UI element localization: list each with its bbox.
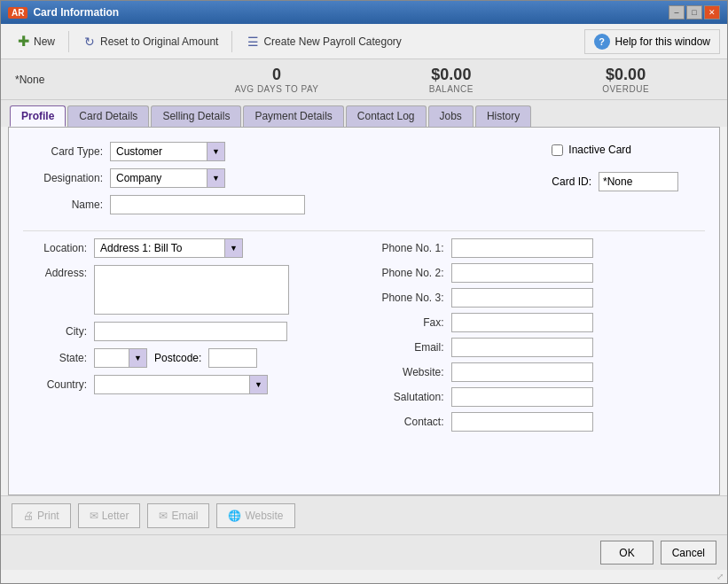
location-value: Address 1: Bill To (95, 240, 224, 256)
main-window: AR Card Information – □ ✕ ✚ New ↻ Reset … (0, 0, 728, 584)
state-select[interactable]: ▼ (94, 348, 147, 368)
postcode-input[interactable] (208, 348, 257, 368)
left-top-form: Card Type: Customer ▼ Designation: Compa… (23, 142, 305, 222)
email-input[interactable] (451, 338, 593, 357)
card-type-dropdown-icon[interactable]: ▼ (207, 143, 224, 160)
tab-selling-details[interactable]: Selling Details (151, 105, 241, 127)
tab-profile[interactable]: Profile (10, 105, 66, 127)
address-label: Address: (23, 267, 87, 279)
city-label: City: (23, 325, 87, 338)
title-bar-controls: – □ ✕ (669, 5, 720, 19)
balance-block: $0.00 BALANCE (364, 66, 539, 94)
address-row: Address: (23, 265, 356, 315)
tab-history[interactable]: History (475, 105, 531, 127)
phone3-input[interactable] (451, 288, 593, 308)
print-button[interactable]: 🖨 Print (12, 503, 71, 528)
close-button[interactable]: ✕ (704, 5, 720, 19)
country-dropdown-icon[interactable]: ▼ (249, 376, 267, 393)
avg-days-value: 0 (190, 66, 364, 84)
designation-dropdown-icon[interactable]: ▼ (207, 169, 224, 187)
country-value (95, 383, 249, 386)
email-icon: ✉ (159, 510, 168, 522)
app-badge: AR (8, 7, 27, 19)
state-dropdown-icon[interactable]: ▼ (129, 349, 146, 367)
phone2-label: Phone No. 2: (373, 267, 444, 279)
reset-button[interactable]: ↻ Reset to Original Amount (74, 29, 226, 54)
city-input[interactable] (94, 322, 287, 341)
tab-bar: Profile Card Details Selling Details Pay… (1, 100, 727, 127)
separator-1 (68, 31, 69, 52)
location-label: Location: (23, 242, 87, 254)
address-right: Phone No. 1: Phone No. 2: Phone No. 3: F… (373, 238, 706, 437)
email-button[interactable]: ✉ Email (147, 503, 209, 528)
new-icon: ✚ (16, 35, 30, 49)
ok-button[interactable]: OK (600, 541, 653, 565)
overdue-block: $0.00 OVERDUE (538, 66, 713, 94)
name-label: Name: (23, 199, 103, 211)
toolbar: ✚ New ↻ Reset to Original Amount ☰ Creat… (1, 24, 727, 59)
inactive-row: Inactive Card (552, 144, 678, 156)
location-select[interactable]: Address 1: Bill To ▼ (94, 238, 243, 258)
letter-button[interactable]: ✉ Letter (78, 503, 141, 528)
card-id-input[interactable] (599, 172, 678, 191)
separator-2 (231, 31, 232, 52)
card-type-label: Card Type: (23, 145, 103, 158)
help-icon: ? (594, 34, 610, 50)
payroll-icon: ☰ (246, 35, 260, 49)
print-icon: 🖨 (23, 510, 34, 522)
ok-cancel-bar: OK Cancel (1, 534, 727, 570)
fax-row: Fax: (373, 313, 706, 332)
contact-label: Contact: (373, 416, 444, 428)
website-input[interactable] (451, 362, 593, 382)
tab-card-details[interactable]: Card Details (67, 105, 149, 127)
bottom-bar: 🖨 Print ✉ Letter ✉ Email 🌐 Website (1, 495, 727, 534)
designation-value: Company (111, 170, 207, 186)
website-button[interactable]: 🌐 Website (216, 503, 294, 528)
phone3-label: Phone No. 3: (373, 292, 444, 304)
phone2-input[interactable] (451, 263, 593, 283)
overdue-value: $0.00 (538, 66, 713, 84)
payroll-button[interactable]: ☰ Create New Payroll Category (238, 29, 409, 54)
payroll-label: Create New Payroll Category (263, 35, 401, 48)
state-label: State: (23, 352, 87, 364)
location-dropdown-icon[interactable]: ▼ (224, 239, 242, 257)
phone1-input[interactable] (451, 238, 593, 258)
email-row: Email: (373, 338, 706, 357)
salutation-row: Salutation: (373, 387, 706, 407)
name-row: Name: (23, 195, 305, 214)
toolbar-left: ✚ New ↻ Reset to Original Amount ☰ Creat… (8, 29, 584, 54)
fax-input[interactable] (451, 313, 593, 332)
phone1-label: Phone No. 1: (373, 242, 444, 254)
designation-select[interactable]: Company ▼ (110, 168, 225, 188)
salutation-input[interactable] (451, 387, 593, 407)
phone1-row: Phone No. 1: (373, 238, 706, 258)
email-label: Email (171, 510, 198, 522)
letter-label: Letter (102, 510, 129, 522)
restore-button[interactable]: □ (686, 5, 702, 19)
address-input[interactable] (94, 265, 289, 315)
avg-days-block: 0 AVG DAYS TO PAY (190, 66, 364, 94)
balance-value: $0.00 (364, 66, 539, 84)
name-input[interactable] (110, 195, 305, 214)
country-select[interactable]: ▼ (94, 375, 268, 394)
inactive-checkbox[interactable] (552, 144, 563, 156)
cancel-button[interactable]: Cancel (661, 541, 716, 565)
state-value (95, 356, 129, 360)
print-label: Print (37, 510, 59, 522)
new-button[interactable]: ✚ New (8, 29, 63, 54)
overdue-label: OVERDUE (538, 84, 713, 94)
minimize-button[interactable]: – (669, 5, 685, 19)
contact-input[interactable] (451, 412, 593, 432)
content-area: Card Type: Customer ▼ Designation: Compa… (8, 127, 720, 495)
card-id-label: Card ID: (552, 175, 591, 188)
tab-contact-log[interactable]: Contact Log (346, 105, 427, 127)
tab-jobs[interactable]: Jobs (428, 105, 474, 127)
tab-payment-details[interactable]: Payment Details (243, 105, 343, 127)
new-label: New (34, 35, 55, 48)
email-label: Email: (373, 341, 444, 354)
help-button[interactable]: ? Help for this window (584, 29, 720, 54)
card-type-select[interactable]: Customer ▼ (110, 142, 225, 161)
state-row: State: ▼ Postcode: (23, 348, 356, 368)
title-bar-left: AR Card Information (8, 6, 119, 19)
postcode-label: Postcode: (154, 352, 201, 364)
